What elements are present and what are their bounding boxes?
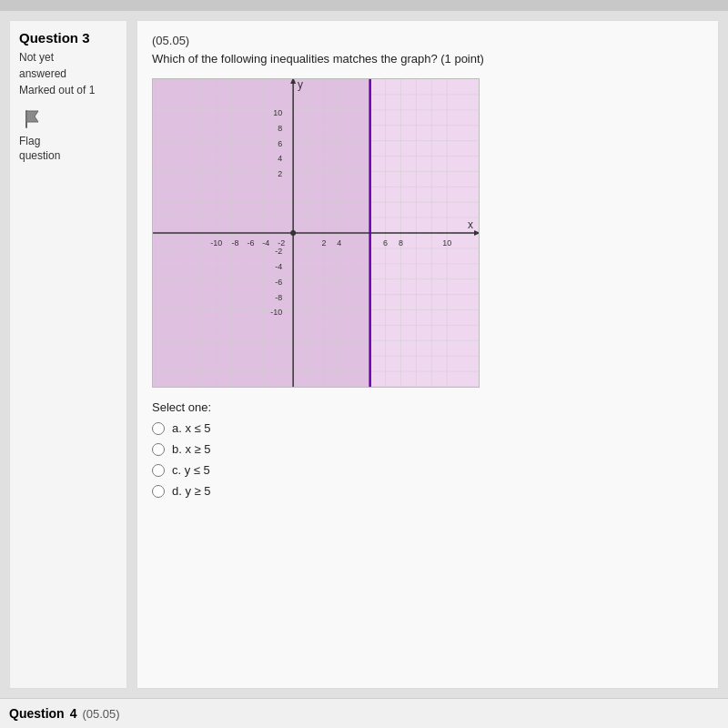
option-c-label: c. y ≤ 5 xyxy=(172,463,210,477)
option-b-label: b. x ≥ 5 xyxy=(172,442,211,456)
question4-number: 4 xyxy=(70,706,77,721)
svg-text:-10: -10 xyxy=(270,308,282,318)
svg-text:10: 10 xyxy=(273,108,282,117)
radio-d[interactable] xyxy=(152,485,165,498)
main-content: Question 3 Not yet answered Marked out o… xyxy=(0,11,728,698)
question-area: (05.05) Which of the following inequalit… xyxy=(136,20,719,689)
svg-text:8: 8 xyxy=(278,124,282,133)
not-answered-line2: answered xyxy=(19,67,117,80)
sidebar: Question 3 Not yet answered Marked out o… xyxy=(9,20,127,689)
options-list: a. x ≤ 5 b. x ≥ 5 c. y ≤ 5 d. y ≥ 5 xyxy=(152,421,703,498)
question-text: Which of the following inequalities matc… xyxy=(152,51,703,67)
question-number: 3 xyxy=(82,30,89,46)
svg-text:4: 4 xyxy=(337,238,341,248)
svg-text:6: 6 xyxy=(383,238,388,248)
not-answered-line1: Not yet xyxy=(19,51,117,64)
graph-container: y x -2 -4 -6 -8 -10 2 4 6 8 10 10 8 6 4 … xyxy=(152,78,480,388)
svg-text:-2: -2 xyxy=(275,247,282,256)
radio-c[interactable] xyxy=(152,464,165,477)
svg-text:-6: -6 xyxy=(275,278,282,287)
bottom-bar: Question 4 (05.05) xyxy=(0,698,728,728)
option-d-label: d. y ≥ 5 xyxy=(172,484,211,498)
top-bar xyxy=(0,0,728,11)
svg-text:4: 4 xyxy=(278,155,282,164)
svg-text:10: 10 xyxy=(442,238,451,248)
svg-text:-6: -6 xyxy=(247,238,254,248)
svg-text:2: 2 xyxy=(321,238,326,248)
svg-text:-8: -8 xyxy=(232,238,239,248)
svg-text:y: y xyxy=(298,79,303,91)
svg-point-70 xyxy=(290,230,296,236)
svg-text:-8: -8 xyxy=(275,293,282,302)
svg-text:-4: -4 xyxy=(262,238,269,248)
svg-text:-4: -4 xyxy=(275,262,282,271)
option-b[interactable]: b. x ≥ 5 xyxy=(152,442,703,456)
radio-b[interactable] xyxy=(152,443,165,456)
radio-a[interactable] xyxy=(152,422,165,435)
flag-area[interactable]: Flag question xyxy=(19,106,117,162)
flag-icon[interactable] xyxy=(19,106,46,133)
question-label: Question 3 xyxy=(19,30,117,46)
select-one-label: Select one: xyxy=(152,400,703,414)
question4-label: Question xyxy=(9,706,65,721)
option-c[interactable]: c. y ≤ 5 xyxy=(152,463,703,477)
option-a-label: a. x ≤ 5 xyxy=(172,421,211,435)
marked-out: Marked out of 1 xyxy=(19,84,117,96)
svg-text:8: 8 xyxy=(399,238,403,248)
option-d[interactable]: d. y ≥ 5 xyxy=(152,484,703,498)
flag-label2: question xyxy=(19,149,60,162)
question4-code: (05.05) xyxy=(82,707,119,721)
svg-text:2: 2 xyxy=(278,170,282,179)
question-code: (05.05) xyxy=(152,34,703,47)
option-a[interactable]: a. x ≤ 5 xyxy=(152,421,703,435)
flag-label: Flag xyxy=(19,135,40,147)
question-word: Question xyxy=(19,30,78,46)
svg-text:x: x xyxy=(468,218,473,231)
svg-text:-10: -10 xyxy=(210,238,222,248)
svg-text:6: 6 xyxy=(278,139,282,148)
